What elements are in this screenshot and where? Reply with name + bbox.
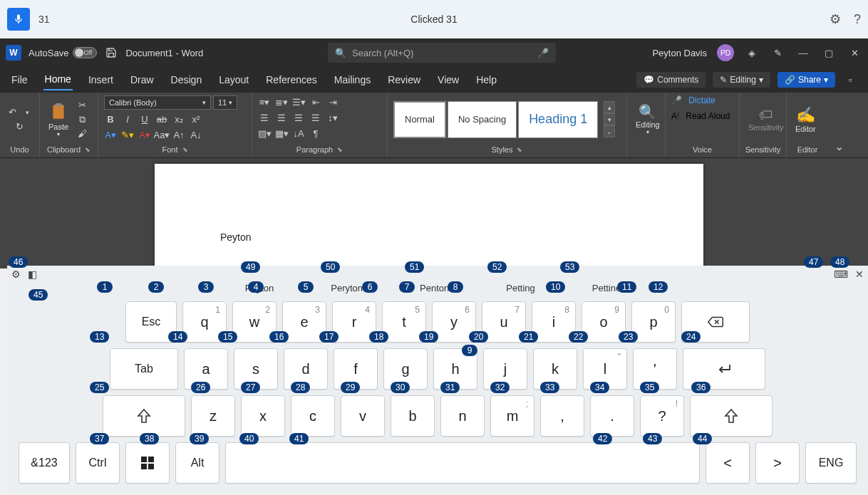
style-heading-1[interactable]: Heading 1: [518, 101, 598, 138]
diamond-icon[interactable]: ◈: [744, 45, 760, 61]
multilevel-icon[interactable]: ☰▾: [292, 95, 305, 108]
osk-dock-icon[interactable]: ⌨: [834, 269, 848, 280]
mic-button[interactable]: [7, 8, 30, 31]
style-no-spacing[interactable]: No Spacing: [448, 101, 517, 138]
suggestion-4[interactable]: Petting: [506, 283, 534, 298]
styles-down-icon[interactable]: ▾: [604, 113, 615, 125]
key-b[interactable]: b: [391, 395, 435, 437]
strike-icon[interactable]: ab: [155, 113, 168, 125]
bold-icon[interactable]: B: [104, 113, 117, 125]
help-icon[interactable]: ?: [854, 12, 861, 27]
repeat-icon[interactable]: ↻: [14, 120, 26, 133]
osk-attach-icon[interactable]: ◧: [28, 269, 37, 280]
tab-home[interactable]: Home: [43, 69, 73, 90]
key-symbols[interactable]: &123: [19, 442, 70, 484]
editor-button[interactable]: ✍ Editor: [792, 105, 819, 135]
key-n[interactable]: n: [440, 395, 485, 437]
borders-icon[interactable]: ▦▾: [275, 127, 288, 140]
minimize-button[interactable]: —: [795, 45, 811, 61]
increase-indent-icon[interactable]: ⇥: [326, 95, 339, 108]
search-box[interactable]: 🔍 Search (Alt+Q) 🎤: [328, 43, 556, 63]
save-icon[interactable]: [105, 47, 117, 58]
key-left[interactable]: <: [706, 442, 750, 484]
tab-layout[interactable]: Layout: [217, 70, 250, 90]
comments-button[interactable]: 💬 Comments: [636, 72, 706, 88]
user-avatar[interactable]: PD: [717, 44, 734, 61]
key-comma[interactable]: ,: [540, 395, 584, 437]
ribbon-overflow-icon[interactable]: ▫: [842, 72, 858, 88]
clipboard-launcher-icon[interactable]: ⬊: [85, 146, 91, 153]
tab-file[interactable]: File: [10, 70, 29, 90]
undo-dropdown-icon[interactable]: ▾: [21, 106, 33, 119]
font-name-select[interactable]: Calibri (Body)▾: [104, 95, 211, 110]
bullets-icon[interactable]: ≡▾: [258, 95, 271, 108]
key-alt[interactable]: Alt: [175, 442, 219, 484]
tab-review[interactable]: Review: [386, 70, 422, 90]
key-right[interactable]: >: [755, 442, 800, 484]
shrink-font-icon[interactable]: A↓: [190, 128, 202, 141]
collapse-ribbon-icon[interactable]: ⌄: [828, 93, 849, 157]
settings-icon[interactable]: ⚙: [830, 11, 841, 27]
key-c[interactable]: c: [291, 395, 335, 437]
style-normal[interactable]: Normal: [393, 101, 446, 138]
key-m[interactable]: ;m: [490, 395, 534, 437]
show-marks-icon[interactable]: ¶: [309, 127, 322, 140]
key-x[interactable]: x: [241, 395, 285, 437]
styles-launcher-icon[interactable]: ⬊: [517, 146, 522, 153]
align-left-icon[interactable]: ☰: [258, 111, 271, 124]
line-spacing-icon[interactable]: ↕▾: [326, 111, 339, 124]
copy-icon[interactable]: ⧉: [76, 113, 88, 126]
font-launcher-icon[interactable]: ⬊: [182, 146, 188, 153]
grow-font-icon[interactable]: A↑: [172, 128, 185, 141]
change-case-icon[interactable]: Aa▾: [155, 128, 168, 141]
tab-design[interactable]: Design: [170, 70, 204, 90]
autosave-toggle[interactable]: Off: [73, 47, 97, 58]
tab-references[interactable]: References: [264, 70, 319, 90]
tab-draw[interactable]: Draw: [129, 70, 155, 90]
page[interactable]: Peyton: [155, 164, 703, 269]
paste-button[interactable]: Paste ▾: [46, 100, 71, 139]
maximize-button[interactable]: ▢: [821, 45, 837, 61]
align-center-icon[interactable]: ☰: [275, 111, 288, 124]
tab-view[interactable]: View: [436, 70, 460, 90]
eraser-icon[interactable]: ✎: [770, 45, 785, 61]
tab-mailings[interactable]: Mailings: [333, 70, 372, 90]
tab-insert[interactable]: Insert: [87, 70, 115, 90]
tab-help[interactable]: Help: [475, 70, 498, 90]
key-p[interactable]: 0p: [631, 301, 676, 343]
key-space[interactable]: [225, 442, 700, 484]
key-question[interactable]: !?: [640, 395, 684, 437]
paragraph-launcher-icon[interactable]: ⬊: [337, 146, 343, 153]
close-button[interactable]: ✕: [847, 45, 862, 61]
font-size-select[interactable]: 11▾: [213, 95, 237, 110]
key-shift-right[interactable]: [690, 395, 773, 437]
voice-search-icon[interactable]: 🎤: [537, 48, 549, 58]
styles-up-icon[interactable]: ▴: [604, 101, 615, 113]
underline-icon[interactable]: U: [138, 113, 151, 125]
sort-icon[interactable]: ↓A: [292, 127, 305, 140]
italic-icon[interactable]: I: [121, 113, 134, 125]
read-aloud-icon[interactable]: A⁾: [671, 111, 679, 121]
key-windows[interactable]: [125, 442, 170, 484]
suggestion-2[interactable]: Peryton: [331, 283, 363, 298]
suggestion-3[interactable]: Penton: [420, 283, 449, 298]
key-ctrl[interactable]: Ctrl: [76, 442, 120, 484]
share-button[interactable]: 🔗 Share ▾: [777, 72, 835, 88]
shading-icon[interactable]: ▨▾: [258, 127, 271, 140]
osk-settings-icon[interactable]: ⚙: [11, 269, 21, 280]
dictate-icon[interactable]: 🎤: [671, 95, 682, 105]
key-tab[interactable]: Tab: [110, 348, 178, 390]
font-color-icon[interactable]: A▾: [138, 128, 151, 141]
editing-mode-button[interactable]: ✎ Editing ▾: [713, 72, 770, 88]
decrease-indent-icon[interactable]: ⇤: [309, 95, 322, 108]
superscript-icon[interactable]: x²: [190, 113, 202, 125]
key-lang[interactable]: ENG: [805, 442, 857, 484]
key-period[interactable]: .: [590, 395, 634, 437]
format-painter-icon[interactable]: 🖌: [76, 127, 88, 140]
key-v[interactable]: v: [341, 395, 385, 437]
align-right-icon[interactable]: ☰: [292, 111, 305, 124]
numbering-icon[interactable]: ≣▾: [275, 95, 288, 108]
font-effects-icon[interactable]: A▾: [104, 128, 117, 141]
osk-close-icon[interactable]: ✕: [855, 269, 864, 280]
justify-icon[interactable]: ☰: [309, 111, 322, 124]
